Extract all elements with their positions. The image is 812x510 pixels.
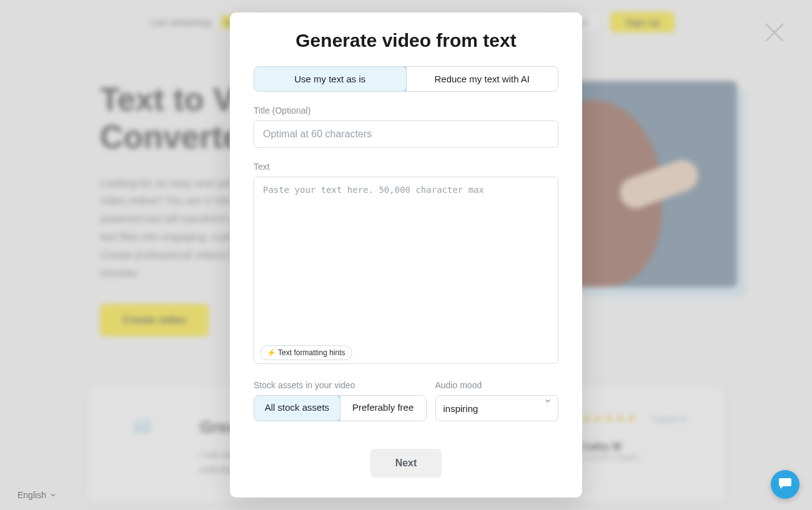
chevron-down-icon <box>50 490 56 500</box>
title-input[interactable] <box>254 120 558 148</box>
title-label: Title (Optional) <box>254 105 558 115</box>
formatting-hints-chip[interactable]: ⚡ Text formatting hints <box>260 345 352 360</box>
stock-free-button[interactable]: Preferably free <box>340 396 426 421</box>
stock-all-button[interactable]: All stock assets <box>254 395 340 421</box>
language-select[interactable]: English <box>17 490 56 500</box>
chat-fab[interactable] <box>771 470 800 499</box>
language-value: English <box>17 490 46 500</box>
generate-video-modal: Generate video from text Use my text as … <box>230 12 582 498</box>
next-button[interactable]: Next <box>370 449 442 478</box>
audio-mood-select[interactable]: inspiring <box>435 395 559 421</box>
tab-reduce-ai[interactable]: Reduce my text with AI <box>406 67 558 91</box>
text-mode-toggle: Use my text as is Reduce my text with AI <box>254 66 558 92</box>
close-icon[interactable] <box>760 17 790 47</box>
text-label: Text <box>254 162 558 172</box>
audio-mood-value: inspiring <box>443 403 478 414</box>
tab-use-text[interactable]: Use my text as is <box>254 66 407 92</box>
stock-toggle: All stock assets Preferably free <box>254 395 427 421</box>
modal-title: Generate video from text <box>254 30 558 51</box>
text-input[interactable] <box>254 177 558 364</box>
chat-icon <box>778 476 793 493</box>
stock-label: Stock assets in your video <box>254 380 427 390</box>
mood-label: Audio mood <box>435 380 559 390</box>
